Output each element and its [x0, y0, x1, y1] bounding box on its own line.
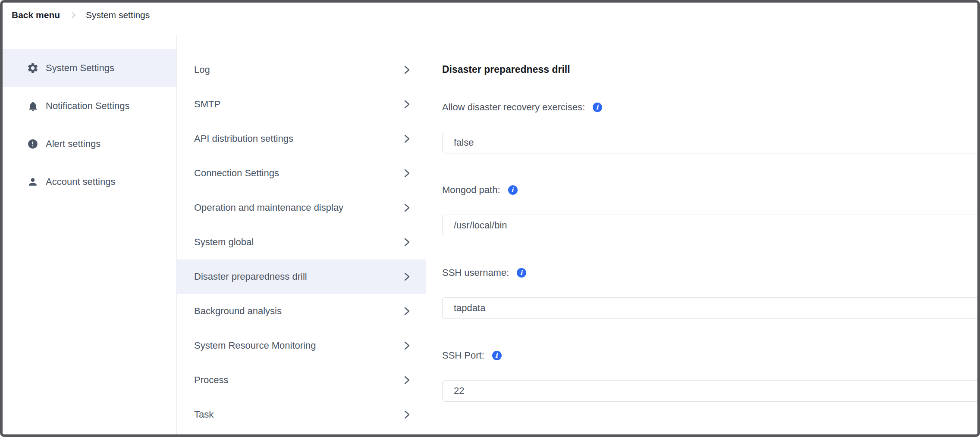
- sidebar-item-system-settings[interactable]: System Settings: [3, 49, 176, 87]
- sidebar-item-label: Alert settings: [46, 138, 101, 150]
- settings-detail-panel: Disaster preparedness drill Allow disast…: [426, 35, 977, 434]
- info-icon[interactable]: i: [492, 351, 502, 360]
- menu-item-log[interactable]: Log: [177, 53, 426, 87]
- menu-item-label: Disaster preparedness drill: [194, 271, 307, 282]
- menu-item-disaster-preparedness-drill[interactable]: Disaster preparedness drill: [177, 259, 426, 294]
- main-area: System Settings Notification Settings Al…: [3, 35, 977, 434]
- field-ssh-port: SSH Port: i: [442, 350, 977, 402]
- field-label: Allow disaster recovery exercises:: [442, 102, 585, 113]
- menu-item-label: Operation and maintenance display: [194, 202, 343, 213]
- chevron-right-icon: [404, 375, 410, 385]
- ssh-port-input[interactable]: [442, 380, 977, 402]
- breadcrumb-chevron-icon: [70, 9, 77, 22]
- chevron-right-icon: [404, 237, 410, 247]
- settings-sidebar: System Settings Notification Settings Al…: [3, 35, 177, 434]
- menu-item-label: Task: [194, 409, 214, 420]
- info-icon[interactable]: i: [593, 103, 602, 112]
- chevron-right-icon: [404, 203, 410, 213]
- menu-item-api-distribution-settings[interactable]: API distribution settings: [177, 122, 426, 156]
- sidebar-item-label: System Settings: [46, 62, 114, 74]
- field-ssh-username: SSH username: i: [442, 267, 977, 319]
- app-window: Back menu System settings System Setting…: [0, 0, 980, 437]
- mongod-path-input[interactable]: [442, 215, 977, 236]
- chevron-right-icon: [404, 99, 410, 109]
- chevron-right-icon: [404, 272, 410, 282]
- info-icon[interactable]: i: [517, 268, 526, 278]
- chevron-right-icon: [404, 306, 410, 316]
- sidebar-item-notification-settings[interactable]: Notification Settings: [3, 87, 176, 125]
- sidebar-item-label: Notification Settings: [46, 100, 129, 112]
- menu-item-label: Process: [194, 375, 228, 386]
- alert-circle-icon: [27, 138, 39, 150]
- field-label: SSH Port:: [442, 350, 484, 361]
- menu-item-background-analysis[interactable]: Background analysis: [177, 294, 426, 328]
- page-title: Disaster preparedness drill: [442, 63, 977, 76]
- menu-item-system-resource-monitoring[interactable]: System Resource Monitoring: [177, 328, 426, 363]
- breadcrumb-back-link[interactable]: Back menu: [12, 9, 60, 22]
- menu-item-operation-maintenance-display[interactable]: Operation and maintenance display: [177, 190, 426, 225]
- allow-disaster-recovery-input[interactable]: [442, 132, 977, 153]
- sidebar-item-label: Account settings: [46, 176, 115, 187]
- menu-item-connection-settings[interactable]: Connection Settings: [177, 156, 426, 190]
- breadcrumb-current-page: System settings: [86, 9, 150, 22]
- menu-item-label: Background analysis: [194, 306, 282, 317]
- menu-item-label: System global: [194, 237, 254, 248]
- menu-item-process[interactable]: Process: [177, 363, 426, 397]
- chevron-right-icon: [404, 65, 410, 75]
- menu-item-smtp[interactable]: SMTP: [177, 87, 426, 122]
- chevron-right-icon: [404, 168, 410, 178]
- sidebar-item-account-settings[interactable]: Account settings: [3, 163, 176, 201]
- menu-item-label: Log: [194, 64, 210, 75]
- menu-item-label: System Resource Monitoring: [194, 340, 316, 351]
- bell-icon: [27, 100, 39, 112]
- chevron-right-icon: [404, 409, 410, 420]
- person-icon: [27, 176, 39, 188]
- field-allow-disaster-recovery: Allow disaster recovery exercises: i: [442, 102, 977, 153]
- menu-item-task[interactable]: Task: [177, 397, 426, 432]
- gear-icon: [27, 62, 39, 74]
- info-icon[interactable]: i: [508, 185, 518, 195]
- menu-item-system-global[interactable]: System global: [177, 225, 426, 259]
- ssh-username-input[interactable]: [442, 297, 977, 319]
- sidebar-item-alert-settings[interactable]: Alert settings: [3, 125, 176, 163]
- field-mongod-path: Mongod path: i: [442, 184, 977, 236]
- chevron-right-icon: [404, 340, 410, 351]
- menu-item-label: API distribution settings: [194, 133, 293, 144]
- settings-menu: Log SMTP API distribution settings Conne…: [177, 35, 426, 434]
- field-label: SSH username:: [442, 267, 509, 278]
- chevron-right-icon: [404, 134, 410, 144]
- breadcrumb: Back menu System settings: [3, 3, 977, 35]
- menu-item-label: SMTP: [194, 99, 220, 110]
- field-label: Mongod path:: [442, 184, 500, 196]
- menu-item-label: Connection Settings: [194, 168, 279, 179]
